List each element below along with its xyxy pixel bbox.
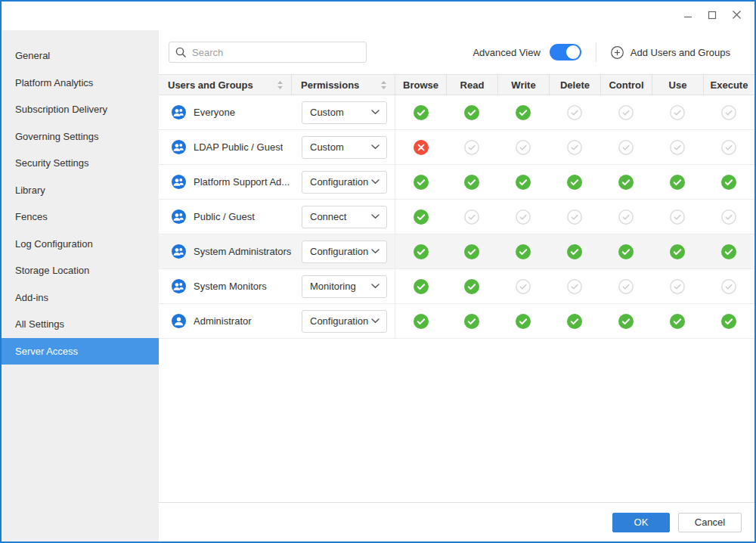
- access-granted-icon[interactable]: [464, 105, 479, 120]
- user-cell: Platform Support Ad...: [159, 165, 291, 199]
- access-granted-icon[interactable]: [414, 244, 429, 259]
- search-box: [169, 42, 367, 63]
- access-unchecked-icon[interactable]: [670, 279, 685, 294]
- permission-dropdown[interactable]: Monitoring: [302, 275, 387, 298]
- close-button[interactable]: [728, 8, 745, 24]
- access-unchecked-icon[interactable]: [567, 105, 582, 120]
- access-cell-execute: [703, 200, 754, 234]
- access-unchecked-icon[interactable]: [464, 140, 479, 155]
- table-row: Platform Support Ad...Configuration: [159, 165, 754, 200]
- column-header-permissions[interactable]: Permissions: [291, 75, 395, 95]
- access-granted-icon[interactable]: [414, 175, 429, 190]
- access-cell-delete: [549, 304, 600, 338]
- access-granted-icon[interactable]: [516, 105, 531, 120]
- minimize-button[interactable]: [680, 8, 696, 24]
- search-input[interactable]: [192, 47, 360, 58]
- maximize-button[interactable]: [704, 8, 720, 24]
- access-unchecked-icon[interactable]: [567, 209, 582, 225]
- access-granted-icon[interactable]: [414, 279, 429, 294]
- access-granted-icon[interactable]: [670, 314, 685, 329]
- permission-cell: Custom: [291, 130, 395, 164]
- access-granted-icon[interactable]: [618, 175, 634, 190]
- sidebar-item-library[interactable]: Library: [2, 177, 159, 204]
- access-unchecked-icon[interactable]: [567, 279, 582, 294]
- access-granted-icon[interactable]: [567, 175, 582, 190]
- permission-dropdown[interactable]: Configuration: [302, 310, 387, 333]
- access-granted-icon[interactable]: [618, 244, 634, 259]
- access-granted-icon[interactable]: [670, 244, 685, 259]
- cancel-button[interactable]: Cancel: [678, 513, 742, 532]
- group-icon: [172, 175, 186, 189]
- access-unchecked-icon[interactable]: [670, 105, 685, 120]
- access-unchecked-icon[interactable]: [721, 279, 736, 294]
- access-cell-write: [497, 234, 549, 268]
- access-unchecked-icon[interactable]: [618, 209, 634, 225]
- permission-dropdown[interactable]: Configuration: [302, 240, 387, 263]
- advanced-view-label: Advanced View: [472, 47, 540, 58]
- add-users-button[interactable]: Add Users and Groups: [611, 46, 730, 59]
- access-cell-browse: [395, 130, 446, 164]
- access-granted-icon[interactable]: [516, 175, 531, 190]
- access-cell-control: [600, 234, 652, 268]
- table-header: Users and GroupsPermissionsBrowseReadWri…: [159, 74, 754, 95]
- access-granted-icon[interactable]: [414, 314, 429, 329]
- sidebar-item-security-settings[interactable]: Security Settings: [2, 150, 159, 177]
- access-unchecked-icon[interactable]: [670, 140, 685, 155]
- sidebar-item-platform-analytics[interactable]: Platform Analytics: [2, 70, 159, 97]
- access-unchecked-icon[interactable]: [721, 140, 736, 155]
- access-granted-icon[interactable]: [464, 314, 479, 329]
- access-granted-icon[interactable]: [721, 244, 736, 259]
- access-unchecked-icon[interactable]: [516, 279, 531, 294]
- access-cell-browse: [395, 165, 446, 199]
- sidebar-item-storage-location[interactable]: Storage Location: [2, 257, 159, 284]
- access-unchecked-icon[interactable]: [618, 140, 634, 155]
- advanced-view-toggle[interactable]: [550, 44, 581, 61]
- access-cell-read: [446, 234, 497, 268]
- sidebar-item-subscription-delivery[interactable]: Subscription Delivery: [2, 96, 159, 123]
- access-granted-icon[interactable]: [516, 244, 531, 259]
- permission-dropdown[interactable]: Configuration: [302, 171, 387, 194]
- sidebar-item-add-ins[interactable]: Add-ins: [2, 284, 159, 312]
- access-granted-icon[interactable]: [721, 314, 736, 329]
- access-denied-icon[interactable]: [414, 140, 429, 155]
- access-unchecked-icon[interactable]: [721, 105, 736, 120]
- access-granted-icon[interactable]: [567, 244, 582, 259]
- sidebar-item-log-configuration[interactable]: Log Configuration: [2, 231, 159, 258]
- sidebar-item-governing-settings[interactable]: Governing Settings: [2, 123, 159, 150]
- access-unchecked-icon[interactable]: [464, 209, 479, 225]
- ok-button[interactable]: OK: [612, 513, 670, 532]
- access-granted-icon[interactable]: [414, 105, 429, 120]
- permission-dropdown[interactable]: Custom: [302, 101, 387, 124]
- window-body: GeneralPlatform AnalyticsSubscription De…: [2, 30, 754, 541]
- access-granted-icon[interactable]: [618, 314, 634, 329]
- sidebar-item-fences[interactable]: Fences: [2, 203, 159, 231]
- access-granted-icon[interactable]: [414, 209, 429, 225]
- settings-window: GeneralPlatform AnalyticsSubscription De…: [0, 0, 756, 543]
- access-granted-icon[interactable]: [464, 175, 479, 190]
- access-cell-delete: [549, 200, 600, 234]
- access-granted-icon[interactable]: [567, 314, 582, 329]
- access-unchecked-icon[interactable]: [670, 209, 685, 225]
- sidebar-item-all-settings[interactable]: All Settings: [2, 311, 159, 338]
- permission-cell: Connect: [291, 200, 395, 234]
- sidebar-item-general[interactable]: General: [2, 42, 159, 70]
- sidebar-item-server-access[interactable]: Server Access: [2, 338, 159, 365]
- access-granted-icon[interactable]: [464, 279, 479, 294]
- permission-dropdown[interactable]: Connect: [302, 206, 387, 228]
- column-header-users-and-groups[interactable]: Users and Groups: [159, 75, 291, 95]
- titlebar[interactable]: [2, 2, 754, 30]
- access-unchecked-icon[interactable]: [618, 279, 634, 294]
- access-cell-use: [652, 304, 703, 338]
- sidebar: GeneralPlatform AnalyticsSubscription De…: [2, 30, 159, 541]
- access-unchecked-icon[interactable]: [618, 105, 634, 120]
- access-granted-icon[interactable]: [721, 175, 736, 190]
- access-granted-icon[interactable]: [516, 314, 531, 329]
- access-cell-read: [446, 269, 497, 303]
- access-unchecked-icon[interactable]: [567, 140, 582, 155]
- access-unchecked-icon[interactable]: [516, 209, 531, 225]
- access-unchecked-icon[interactable]: [721, 209, 736, 225]
- permission-dropdown[interactable]: Custom: [302, 136, 387, 159]
- access-granted-icon[interactable]: [464, 244, 479, 259]
- access-granted-icon[interactable]: [670, 175, 685, 190]
- access-unchecked-icon[interactable]: [516, 140, 531, 155]
